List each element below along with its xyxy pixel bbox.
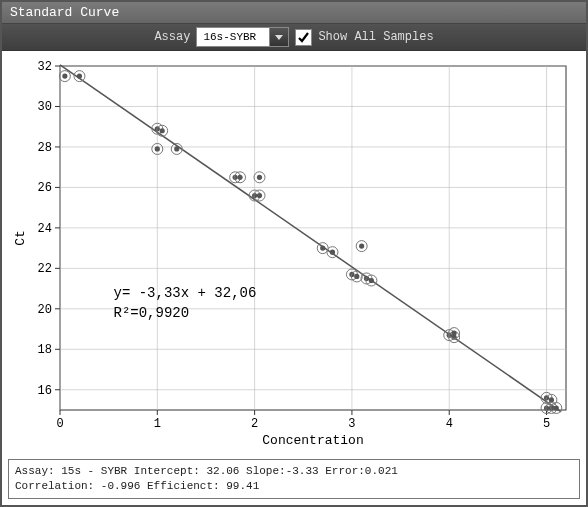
svg-text:24: 24 bbox=[38, 222, 52, 236]
svg-point-91 bbox=[451, 331, 456, 336]
svg-text:Concentration: Concentration bbox=[262, 433, 363, 448]
svg-text:y= -3,33x + 32,06: y= -3,33x + 32,06 bbox=[114, 285, 257, 301]
svg-point-83 bbox=[369, 278, 374, 283]
chart: 012345161820222426283032ConcentrationCty… bbox=[10, 58, 578, 450]
assay-value: 16s-SYBR bbox=[197, 31, 269, 43]
svg-point-65 bbox=[237, 175, 242, 180]
svg-text:0: 0 bbox=[56, 417, 63, 431]
svg-point-59 bbox=[155, 146, 160, 151]
svg-point-85 bbox=[359, 243, 364, 248]
svg-point-61 bbox=[174, 146, 179, 151]
show-all-label: Show All Samples bbox=[318, 30, 433, 44]
footer-line2: Correlation: -0.996 Efficienct: 99.41 bbox=[15, 479, 573, 494]
svg-point-51 bbox=[62, 74, 67, 79]
show-all-checkbox[interactable] bbox=[295, 29, 312, 46]
svg-point-69 bbox=[257, 193, 262, 198]
svg-point-53 bbox=[77, 74, 82, 79]
svg-point-95 bbox=[549, 397, 554, 402]
svg-text:R²=0,9920: R²=0,9920 bbox=[114, 305, 190, 321]
svg-text:32: 32 bbox=[38, 60, 52, 74]
toolbar: Assay 16s-SYBR Show All Samples bbox=[2, 24, 586, 51]
assay-select[interactable]: 16s-SYBR bbox=[196, 27, 289, 47]
svg-text:28: 28 bbox=[38, 141, 52, 155]
svg-marker-0 bbox=[275, 35, 283, 40]
check-icon bbox=[297, 31, 310, 44]
svg-text:20: 20 bbox=[38, 303, 52, 317]
svg-text:3: 3 bbox=[348, 417, 355, 431]
svg-text:5: 5 bbox=[543, 417, 550, 431]
footer-line1: Assay: 15s - SYBR Intercept: 32.06 Slope… bbox=[15, 464, 573, 479]
svg-point-73 bbox=[320, 246, 325, 251]
svg-point-75 bbox=[330, 250, 335, 255]
window-title: Standard Curve bbox=[10, 5, 119, 20]
stats-footer: Assay: 15s - SYBR Intercept: 32.06 Slope… bbox=[8, 459, 580, 499]
svg-text:22: 22 bbox=[38, 262, 52, 276]
svg-text:18: 18 bbox=[38, 343, 52, 357]
svg-point-71 bbox=[257, 175, 262, 180]
svg-line-49 bbox=[60, 65, 561, 412]
svg-text:30: 30 bbox=[38, 100, 52, 114]
app-window: Standard Curve Assay 16s-SYBR Show All S… bbox=[0, 0, 588, 507]
svg-text:26: 26 bbox=[38, 181, 52, 195]
svg-text:2: 2 bbox=[251, 417, 258, 431]
svg-text:Ct: Ct bbox=[13, 230, 28, 246]
svg-point-101 bbox=[554, 405, 559, 410]
assay-label: Assay bbox=[154, 30, 190, 44]
svg-point-57 bbox=[160, 128, 165, 133]
svg-text:4: 4 bbox=[446, 417, 453, 431]
title-bar: Standard Curve bbox=[2, 2, 586, 24]
dropdown-icon[interactable] bbox=[269, 28, 288, 46]
svg-point-79 bbox=[354, 274, 359, 279]
svg-text:16: 16 bbox=[38, 384, 52, 398]
svg-text:1: 1 bbox=[154, 417, 161, 431]
